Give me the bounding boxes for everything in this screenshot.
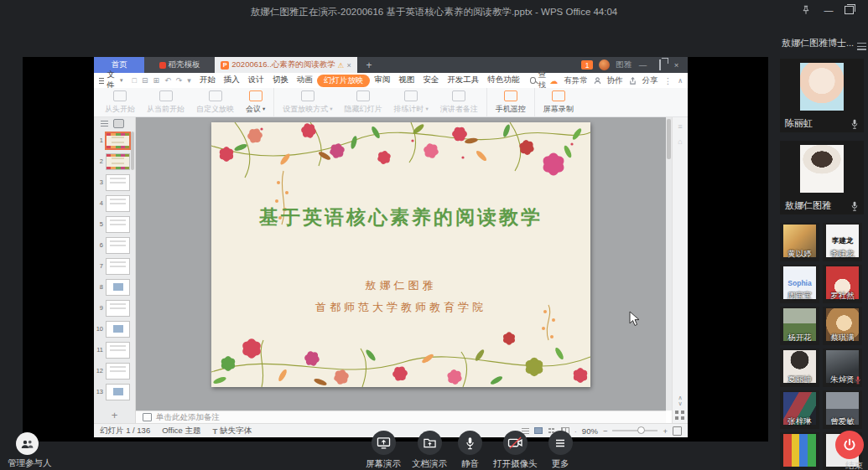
menu-tab[interactable]: 设计 xyxy=(244,75,268,87)
menu-tab[interactable]: 开始 xyxy=(195,75,220,87)
slide-page[interactable]: 基于英语核心素养的阅读教学 敖娜仁图雅 首都师范大学教师教育学院 xyxy=(211,122,590,387)
page-up-down-icons[interactable]: ∧∨ xyxy=(673,395,688,406)
pin-icon[interactable] xyxy=(799,3,813,17)
new-tab-button[interactable]: + xyxy=(357,57,381,73)
save-icon[interactable]: □ xyxy=(133,76,137,85)
customize-icon[interactable]: ▾ xyxy=(187,76,191,85)
mic-icon[interactable] xyxy=(850,200,859,212)
participant-tile[interactable]: Sophia 周宝宝 xyxy=(780,265,819,303)
minimize-icon[interactable]: — xyxy=(822,3,835,17)
slide-thumbnail[interactable] xyxy=(106,195,130,212)
mute-button[interactable]: 静音 xyxy=(458,431,482,470)
zoom-slider-knob[interactable] xyxy=(637,426,645,434)
wps-minimize-icon[interactable]: — xyxy=(637,60,648,70)
slide-thumbnail-row[interactable]: 5 xyxy=(94,214,135,235)
doc-share-button[interactable]: 文档演示 xyxy=(412,431,447,470)
slide-thumbnail[interactable] xyxy=(106,321,130,338)
thumbnail-scrollbar[interactable] xyxy=(131,132,134,170)
screen-share-button[interactable]: 屏幕演示 xyxy=(366,431,401,470)
notification-badge[interactable]: 1 xyxy=(581,60,593,70)
slide-thumbnail[interactable] xyxy=(106,237,130,254)
participant-tile[interactable] xyxy=(780,432,819,470)
zoom-out-button[interactable]: − xyxy=(603,426,608,436)
theme-name[interactable]: Office 主题 xyxy=(162,426,200,436)
restore-icon[interactable] xyxy=(842,3,855,17)
participant-tile[interactable]: 黄以婷 xyxy=(780,223,819,261)
menu-tab[interactable]: 动画 xyxy=(293,75,317,87)
ribbon-button[interactable]: 会议▾ xyxy=(240,88,271,116)
ribbon-button[interactable]: 从当前开始 xyxy=(141,88,190,116)
mic-icon[interactable] xyxy=(850,118,859,130)
collapse-ribbon-icon[interactable]: ∧ xyxy=(678,77,683,85)
menu-tab[interactable]: 特色功能 xyxy=(483,75,523,87)
participant-list-icon[interactable] xyxy=(857,39,866,54)
menu-tab[interactable]: 插入 xyxy=(220,75,244,87)
menu-tab[interactable]: 幻灯片放映 xyxy=(317,75,371,87)
menu-tab[interactable]: 审阅 xyxy=(370,75,394,87)
slide-thumbnail[interactable] xyxy=(106,363,130,380)
slide-thumbnail-row[interactable]: 6 xyxy=(94,235,135,256)
participant-tile[interactable]: 杨开花 xyxy=(780,307,819,345)
participant-tile[interactable]: 朱焯贤 xyxy=(823,349,862,387)
slide-thumbnail-row[interactable]: 4 xyxy=(94,193,135,214)
slide-thumbnail-row[interactable]: 13 xyxy=(94,381,135,402)
participant-tile[interactable]: 李建龙 李建龙 xyxy=(823,223,862,261)
slide-thumbnail[interactable] xyxy=(106,384,130,400)
missing-font-label[interactable]: 缺失字体 xyxy=(220,426,252,436)
slide-thumbnail[interactable] xyxy=(106,258,130,275)
participant-tile-large[interactable]: 敖娜仁图雅 xyxy=(780,141,864,214)
export-icon[interactable]: ⊞ xyxy=(153,76,160,85)
slide-thumbnail-row[interactable]: 11 xyxy=(94,339,135,360)
ribbon-button[interactable]: 手机遥控 xyxy=(486,88,532,116)
zoom-in-button[interactable]: + xyxy=(663,426,668,436)
slide-thumbnail-row[interactable]: 12 xyxy=(94,360,135,381)
participant-tile[interactable]: 罗社然 xyxy=(823,265,862,303)
ribbon-button[interactable]: 从头开始 xyxy=(99,88,141,116)
slide-thumbnail-row[interactable]: 3 xyxy=(94,172,135,193)
slide-thumbnail[interactable] xyxy=(106,132,130,149)
menu-tab[interactable]: 开发工具 xyxy=(443,75,483,87)
more-button[interactable]: 更多 xyxy=(548,431,573,470)
share-label[interactable]: 分享 xyxy=(642,75,658,86)
end-meeting-button[interactable] xyxy=(835,431,864,459)
ribbon-button[interactable]: 屏幕录制 xyxy=(534,88,580,116)
outline-view-icon[interactable] xyxy=(101,121,108,127)
slide-thumbnail[interactable] xyxy=(106,300,130,317)
zoom-slider[interactable] xyxy=(612,430,657,431)
camera-button[interactable]: 打开摄像头 xyxy=(493,431,538,470)
undo-icon[interactable]: ↶ xyxy=(164,76,171,85)
tab-close-icon[interactable]: × xyxy=(346,61,351,70)
participant-tile[interactable]: 蔡琪满 xyxy=(823,307,862,345)
slide-thumbnail[interactable] xyxy=(106,342,130,359)
slide-thumbnail-row[interactable]: 9 xyxy=(94,297,135,318)
slide-thumbnail-row[interactable]: 2 xyxy=(94,151,135,172)
ribbon-button[interactable]: 设置放映方式▾ xyxy=(273,88,338,116)
ribbon-button[interactable]: 自定义放映 xyxy=(190,88,240,116)
slide-thumbnail[interactable] xyxy=(106,153,130,170)
wps-restore-icon[interactable] xyxy=(654,60,665,70)
notes-bar[interactable]: 单击此处添加备注 xyxy=(136,411,666,423)
sync-status-label[interactable]: 有异常 xyxy=(564,75,588,86)
slide-thumbnail[interactable] xyxy=(106,216,130,233)
participant-tile[interactable]: 曾爱敏 xyxy=(823,390,862,429)
participant-tile-large[interactable]: 陈丽虹 xyxy=(780,59,864,132)
wps-close-icon[interactable]: × xyxy=(671,60,682,70)
slide-thumbnail-row[interactable]: 10 xyxy=(94,318,135,339)
participant-tile[interactable]: 夏丽坤 xyxy=(780,349,819,387)
add-slide-button[interactable]: + xyxy=(94,409,135,421)
ribbon-button[interactable]: 隐藏幻灯片 xyxy=(339,88,388,116)
menu-tab[interactable]: 视图 xyxy=(394,75,418,87)
slide-thumbnail-row[interactable]: 1 xyxy=(94,130,135,151)
animation-pane-icon[interactable]: ≡ xyxy=(673,122,688,131)
slide-thumbnail[interactable] xyxy=(106,174,130,191)
grid-view-icon[interactable] xyxy=(675,411,684,420)
ribbon-button[interactable]: 排练计时▾ xyxy=(388,88,434,116)
manage-participants-button[interactable] xyxy=(16,432,39,455)
ribbon-button[interactable]: 演讲者备注 xyxy=(434,88,484,116)
fit-slide-icon[interactable] xyxy=(673,426,682,436)
slide-view-icon[interactable] xyxy=(113,119,124,128)
more-menu-icon[interactable]: ⋮ xyxy=(664,76,673,85)
slide-thumbnail-row[interactable]: 8 xyxy=(94,276,135,297)
properties-icon[interactable]: ⌂ xyxy=(673,137,688,146)
tab-docer[interactable]: 稻壳模板 xyxy=(144,57,215,73)
